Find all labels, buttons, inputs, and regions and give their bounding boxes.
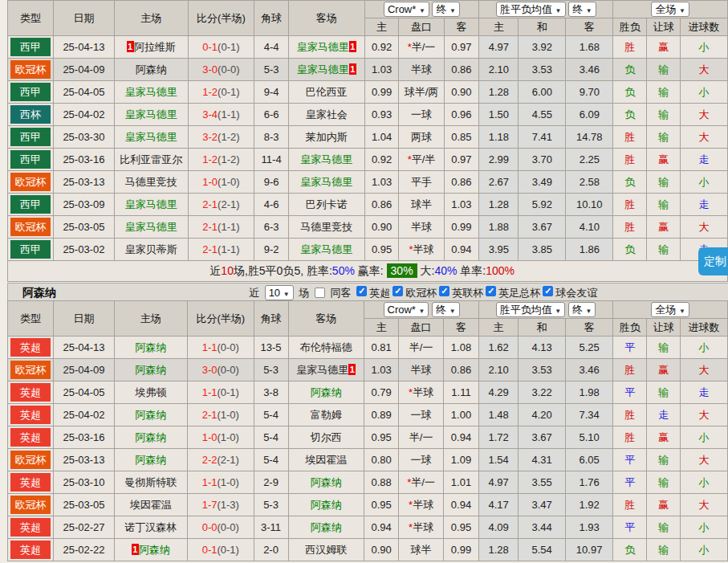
league-cell: 欧冠杯: [8, 359, 54, 381]
home-team-name[interactable]: 比利亚雷亚尔: [120, 153, 182, 165]
away-team-name[interactable]: 皇家马德里: [300, 243, 352, 255]
home-team-cell: 阿森纳: [114, 359, 187, 381]
away-team-name[interactable]: 皇家社会: [306, 108, 348, 120]
away-team-name[interactable]: 皇家马德里: [300, 176, 352, 188]
home-team-name[interactable]: 皇家马德里: [125, 131, 177, 143]
handicap-result-cell: 输: [647, 104, 681, 126]
league-filter-checkbox[interactable]: [392, 286, 403, 296]
home-team-name[interactable]: 埃弗顿: [135, 386, 166, 398]
handicap-odds-home: 0.89: [364, 404, 399, 426]
chevron-down-icon: ▼: [679, 308, 685, 315]
changed-line-star: *: [409, 243, 413, 255]
away-team-name[interactable]: 西汉姆联: [305, 544, 347, 556]
half-time-score: (1-1): [218, 221, 239, 233]
match-date: 25-03-02: [54, 239, 114, 261]
away-team-name[interactable]: 埃因霍温: [305, 454, 347, 466]
home-team-name[interactable]: 阿森纳: [135, 409, 166, 421]
league-filter-checkbox[interactable]: [543, 286, 553, 296]
changed-line-star: *: [409, 499, 413, 511]
avg-odds-select[interactable]: 胜平负均值 ▼: [496, 302, 566, 317]
away-team-name[interactable]: 皇家马德里: [297, 41, 349, 53]
home-team-name[interactable]: 皇家贝蒂斯: [125, 243, 177, 255]
corners-cell: 5-4: [254, 426, 288, 449]
home-team-name[interactable]: 马德里竞技: [125, 176, 177, 188]
goals-result-cell: 大: [681, 449, 728, 471]
league-badge: 英超: [10, 428, 51, 447]
home-team-cell: 阿森纳: [114, 426, 187, 449]
home-team-cell: 阿森纳: [114, 337, 187, 359]
league-filter-checkbox[interactable]: [486, 286, 496, 296]
away-team-name[interactable]: 莱加内斯: [306, 131, 348, 143]
home-team-name[interactable]: 皇家马德里: [125, 198, 177, 210]
league-badge: 英超: [10, 473, 51, 492]
avg-odds-home: 1.18: [479, 126, 519, 149]
away-team-name[interactable]: 阿森纳: [311, 499, 342, 511]
handicap-odds-away: 0.86: [444, 359, 479, 381]
away-team-name[interactable]: 布伦特福德: [300, 341, 352, 353]
score-cell: 0-1(0-1): [188, 36, 254, 59]
handicap-odds-home: 0.94: [364, 516, 399, 539]
final-odds-select-2[interactable]: 终 ▼: [568, 2, 596, 17]
away-team-name[interactable]: 巴列卡诺: [306, 198, 348, 210]
away-team-name[interactable]: 马德里竞技: [300, 221, 352, 233]
final-odds-select[interactable]: 终 ▼: [432, 2, 460, 17]
score-cell: 2-1(2-1): [188, 194, 254, 216]
league-cell: 英超: [8, 471, 54, 494]
same-away-checkbox[interactable]: [315, 288, 325, 298]
handicap-line: 平手: [399, 171, 444, 194]
away-team-name[interactable]: 阿森纳: [311, 476, 342, 488]
away-team-name[interactable]: 皇家马德里: [297, 63, 349, 75]
full-time-score: 2-1: [202, 221, 218, 233]
final-odds-select-2[interactable]: 终 ▼: [568, 302, 596, 317]
home-team-name[interactable]: 诺丁汉森林: [124, 521, 177, 533]
half-time-score: (0-0): [217, 364, 238, 376]
home-team-name[interactable]: 阿拉维斯: [134, 41, 176, 53]
bookmaker-select[interactable]: Crow* ▼: [384, 302, 429, 317]
recent-label: 近: [249, 287, 259, 299]
scope-select[interactable]: 全场 ▼: [651, 2, 689, 17]
match-row: 英超25-04-13阿森纳1-1(0-0)13-5布伦特福德0.81半/一1.0…: [8, 337, 728, 359]
away-team-name[interactable]: 阿森纳: [311, 521, 342, 533]
avg-odds-select[interactable]: 胜平负均值 ▼: [496, 2, 566, 17]
home-team-cell: 埃弗顿: [114, 381, 187, 404]
league-filter-checkbox[interactable]: [356, 286, 367, 296]
away-team-name[interactable]: 巴伦西亚: [306, 86, 348, 98]
home-team-name[interactable]: 皇家马德里: [125, 221, 177, 233]
scope-select[interactable]: 全场 ▼: [651, 302, 689, 317]
half-time-score: (0-0): [217, 341, 238, 353]
bookmaker-select[interactable]: Crow* ▼: [384, 2, 429, 17]
match-date: 25-03-13: [54, 171, 114, 194]
league-badge: 西甲: [10, 128, 51, 146]
home-team-name[interactable]: 皇家马德里: [125, 86, 177, 98]
handicap-line: 球半: [399, 539, 444, 561]
summary-segment: 10: [221, 264, 234, 277]
home-team-name[interactable]: 皇家马德里: [125, 108, 177, 120]
final-odds-select[interactable]: 终 ▼: [432, 302, 460, 317]
chevron-down-icon: ▼: [586, 308, 592, 315]
away-team-name[interactable]: 皇家马德里: [296, 364, 348, 376]
away-team-name[interactable]: 皇家马德里: [300, 153, 352, 165]
handicap-line: 一球: [399, 449, 444, 471]
customize-button[interactable]: 定制: [698, 247, 728, 275]
chevron-down-icon: ▼: [283, 291, 290, 298]
full-time-score: 0-0: [202, 521, 218, 533]
home-team-name[interactable]: 阿森纳: [135, 431, 166, 443]
recent-count-select[interactable]: 10 ▼: [265, 285, 294, 300]
full-time-score: 2-1: [202, 198, 218, 210]
home-team-name[interactable]: 曼彻斯特联: [124, 476, 177, 488]
home-team-name[interactable]: 阿森纳: [135, 454, 166, 466]
away-team-name[interactable]: 阿森纳: [311, 386, 342, 398]
away-team-name[interactable]: 富勒姆: [311, 409, 342, 421]
home-team-name[interactable]: 埃因霍温: [130, 499, 172, 511]
arsenal-section-bar: 阿森纳 近 10 ▼ 场 同客 英超欧冠杯英联杯英足总杯球会友谊: [7, 283, 728, 300]
league-filter-group: 英超欧冠杯英联杯英足总杯球会友谊: [354, 287, 597, 299]
league-cell: 西杯: [8, 104, 54, 126]
home-team-name[interactable]: 阿森纳: [135, 364, 166, 376]
home-team-name[interactable]: 阿森纳: [139, 544, 170, 556]
home-team-name[interactable]: 阿森纳: [136, 63, 167, 75]
avg-odds-away: 10.10: [566, 194, 613, 216]
handicap-odds-home: 0.95: [364, 426, 399, 449]
league-filter-checkbox[interactable]: [439, 286, 449, 296]
home-team-name[interactable]: 阿森纳: [135, 341, 166, 353]
away-team-name[interactable]: 切尔西: [311, 431, 342, 443]
